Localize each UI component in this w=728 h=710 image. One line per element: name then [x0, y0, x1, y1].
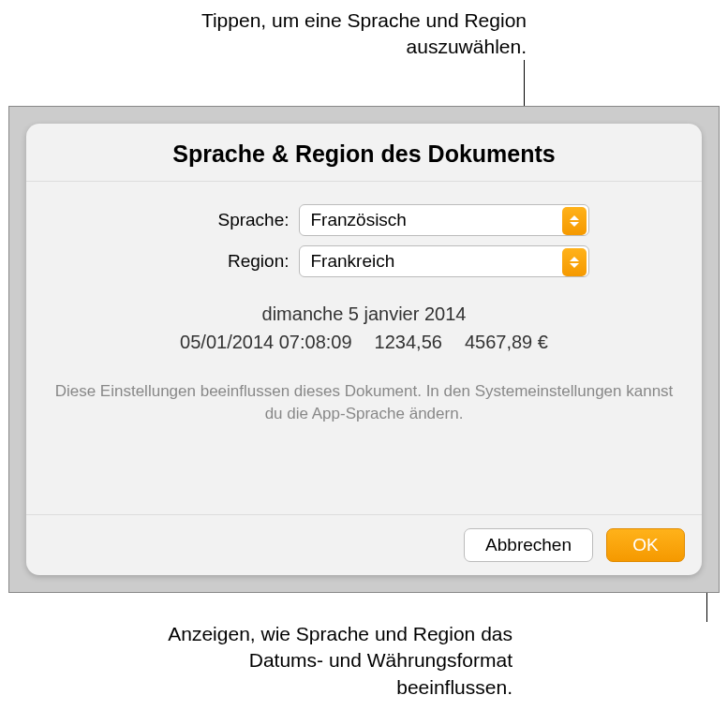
- cancel-button[interactable]: Abbrechen: [464, 528, 593, 562]
- preview-long-date: dimanche 5 janvier 2014: [54, 300, 674, 328]
- format-preview: dimanche 5 janvier 2014 05/01/2014 07:08…: [54, 300, 674, 356]
- preview-currency: 4567,89 €: [465, 328, 548, 356]
- dialog-title: Sprache & Region des Dokuments: [26, 141, 702, 168]
- region-row: Region: Frankreich: [54, 245, 674, 277]
- callout-preview-formats: Anzeigen, wie Sprache und Region das Dat…: [156, 621, 513, 701]
- leader-line: [524, 60, 525, 111]
- region-label: Region:: [140, 251, 299, 272]
- ok-button[interactable]: OK: [606, 528, 685, 562]
- language-label: Sprache:: [140, 210, 299, 230]
- language-select-value: Französisch: [311, 210, 407, 230]
- dialog-body: Sprache: Französisch Region: Frankreich: [26, 182, 702, 514]
- preview-row: 05/01/2014 07:08:09 1234,56 4567,89 €: [54, 328, 674, 356]
- language-row: Sprache: Französisch: [54, 204, 674, 236]
- window-frame: Sprache & Region des Dokuments Sprache: …: [8, 106, 720, 593]
- info-text: Diese Einstellungen beeinflussen dieses …: [54, 380, 674, 425]
- dialog-footer: Abbrechen OK: [26, 514, 702, 575]
- chevron-up-icon: [570, 215, 579, 220]
- language-select-stepper[interactable]: [562, 207, 587, 235]
- language-select[interactable]: Französisch: [299, 204, 589, 236]
- language-region-dialog: Sprache & Region des Dokuments Sprache: …: [26, 124, 702, 575]
- callout-select-language-region: Tippen, um eine Sprache und Region auszu…: [189, 7, 527, 61]
- region-select-value: Frankreich: [311, 251, 395, 272]
- chevron-down-icon: [570, 222, 579, 227]
- preview-number: 1234,56: [375, 328, 442, 356]
- dialog-header: Sprache & Region des Dokuments: [26, 124, 702, 182]
- region-select[interactable]: Frankreich: [299, 245, 589, 277]
- chevron-down-icon: [570, 263, 579, 268]
- chevron-up-icon: [570, 257, 579, 261]
- region-select-stepper[interactable]: [562, 248, 587, 276]
- preview-datetime: 05/01/2014 07:08:09: [180, 328, 352, 356]
